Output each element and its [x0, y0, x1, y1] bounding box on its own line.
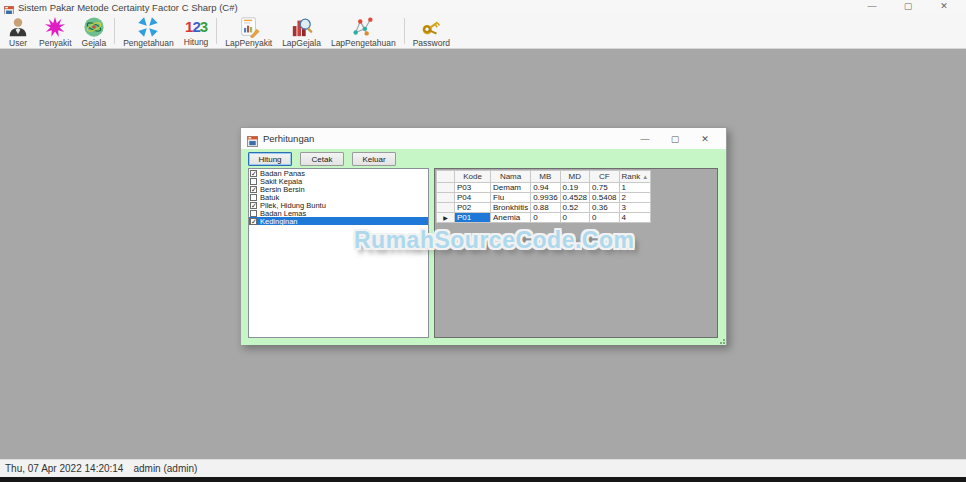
checkbox-checked-icon[interactable]: ✓ [250, 186, 257, 193]
checkbox-unchecked-icon[interactable] [250, 210, 257, 217]
grid-row[interactable]: P03Demam0.940.190.751 [437, 183, 651, 193]
statusbar: Thu, 07 Apr 2022 14:20:14 admin (admin) [0, 459, 966, 477]
grid-cell[interactable]: 0.9936 [531, 193, 560, 203]
grid-row-header[interactable] [437, 203, 455, 213]
toolbar-button-label: Password [413, 38, 450, 48]
checklist-item-label: Kedinginan [260, 217, 298, 226]
toolbar-button-label: LapPengetahuan [331, 38, 396, 48]
grid-row-header[interactable] [437, 193, 455, 203]
dialog-minimize-button[interactable]: — [630, 134, 660, 144]
checkbox-checked-icon[interactable]: ✓ [250, 202, 257, 209]
grid-cell[interactable]: 0.36 [590, 203, 619, 213]
numbers-123-icon: 123 [185, 16, 207, 37]
toolbar-button-lappenyakit[interactable]: LapPenyakit [220, 15, 277, 47]
toolbar-separator [404, 18, 405, 44]
grid-column-header-rank[interactable]: Rank▲ [619, 171, 651, 183]
grid-cell[interactable]: 0.75 [590, 183, 619, 193]
toolbar-button-label: Pengetahuan [123, 38, 174, 48]
grid-cell[interactable]: P04 [455, 193, 491, 203]
atom-icon [83, 16, 105, 38]
grid-cell[interactable]: 0 [531, 213, 560, 223]
checkbox-checked-icon[interactable]: ✓ [250, 218, 257, 225]
toolbar-button-lapgejala[interactable]: LapGejala [277, 15, 326, 47]
statusbar-datetime: Thu, 07 Apr 2022 14:20:14 [5, 463, 123, 474]
grid-cell[interactable]: 4 [619, 213, 651, 223]
watermark-text: RumahSourceCode.Com [354, 227, 634, 254]
grid-cell[interactable]: Flu [491, 193, 531, 203]
toolbar-button-label: Gejala [82, 38, 107, 48]
grid-cell[interactable]: P01 [455, 213, 491, 223]
network-graph-icon [352, 16, 374, 38]
grid-row-header[interactable] [437, 183, 455, 193]
toolbar-button-label: User [9, 38, 27, 48]
resize-grip-icon[interactable] [717, 336, 725, 344]
toolbar-button-hitung[interactable]: 123Hitung [179, 15, 214, 47]
grid-column-header-nama[interactable]: Nama [491, 171, 531, 183]
dialog-button-keluar[interactable]: Keluar [352, 152, 396, 166]
toolbar-button-label: Hitung [184, 37, 209, 47]
dialog-button-cetak[interactable]: Cetak [300, 152, 344, 166]
grid-cell[interactable]: 0 [560, 213, 589, 223]
grid-cell[interactable]: 0.19 [560, 183, 589, 193]
toolbar-button-lappengetahuan[interactable]: LapPengetahuan [326, 15, 401, 47]
dialog-form-icon [247, 133, 258, 144]
grid-row[interactable]: P04Flu0.99360.45280.54082 [437, 193, 651, 203]
checkbox-unchecked-icon[interactable] [250, 178, 257, 185]
checkbox-unchecked-icon[interactable] [250, 194, 257, 201]
grid-column-header-md[interactable]: MD [560, 171, 589, 183]
dialog-title: Perhitungan [263, 133, 314, 144]
grid-cell[interactable]: P03 [455, 183, 491, 193]
toolbar-button-gejala[interactable]: Gejala [77, 15, 112, 47]
maximize-button[interactable]: ▢ [890, 0, 926, 14]
report-pencil-icon [238, 16, 260, 38]
toolbar-button-password[interactable]: Password [408, 15, 455, 47]
grid-row[interactable]: P02Bronkhitis0.880.520.363 [437, 203, 651, 213]
grid-cell[interactable]: 3 [619, 203, 651, 213]
grid-cell[interactable]: 0 [590, 213, 619, 223]
toolbar-button-user[interactable]: User [2, 15, 34, 47]
toolbar-button-penyakit[interactable]: Penyakit [34, 15, 77, 47]
application-window: Sistem Pakar Metode Certainty Factor C S… [0, 0, 966, 482]
user-icon [7, 16, 29, 38]
main-titlebar: Sistem Pakar Metode Certainty Factor C S… [0, 0, 966, 14]
grid-cell[interactable]: 0.88 [531, 203, 560, 213]
grid-cell[interactable]: Bronkhitis [491, 203, 531, 213]
grid-cell[interactable]: 0.94 [531, 183, 560, 193]
grid-cell[interactable]: 0.5408 [590, 193, 619, 203]
dialog-button-hitung[interactable]: Hitung [248, 152, 292, 166]
dialog-titlebar: Perhitungan — ▢ ✕ [241, 128, 726, 149]
virus-icon [44, 16, 66, 38]
main-window-controls: — ▢ ✕ [854, 0, 962, 14]
grid-cell[interactable]: Anemia [491, 213, 531, 223]
checkbox-checked-icon[interactable]: ✓ [250, 170, 257, 177]
grid-header-row: KodeNamaMBMDCFRank▲ [437, 171, 651, 183]
grid-cell[interactable]: 2 [619, 193, 651, 203]
toolbar: UserPenyakitGejalaPengetahuan123HitungLa… [0, 14, 966, 49]
grid-cell[interactable]: Demam [491, 183, 531, 193]
toolbar-button-label: Penyakit [39, 38, 72, 48]
grid-column-header-cf[interactable]: CF [590, 171, 619, 183]
grid-cell[interactable]: 0.52 [560, 203, 589, 213]
grid-cell[interactable]: 0.4528 [560, 193, 589, 203]
window-title: Sistem Pakar Metode Certainty Factor C S… [18, 2, 238, 13]
grid-row-pointer-icon[interactable]: ▶ [437, 213, 455, 223]
results-grid[interactable]: KodeNamaMBMDCFRank▲P03Demam0.940.190.751… [436, 170, 651, 223]
collapse-arrows-icon [137, 16, 159, 38]
sort-ascending-icon: ▲ [642, 174, 648, 180]
toolbar-button-pengetahuan[interactable]: Pengetahuan [118, 15, 179, 47]
checklist-item[interactable]: ✓Kedinginan [249, 217, 428, 225]
grid-cell[interactable]: P02 [455, 203, 491, 213]
chart-magnifier-icon [291, 16, 313, 38]
statusbar-user: admin (admin) [133, 463, 197, 474]
minimize-button[interactable]: — [854, 0, 890, 14]
grid-column-header-kode[interactable]: Kode [455, 171, 491, 183]
grid-cell[interactable]: 1 [619, 183, 651, 193]
dialog-button-row: HitungCetakKeluar [248, 152, 396, 166]
grid-row[interactable]: ▶P01Anemia0004 [437, 213, 651, 223]
close-button[interactable]: ✕ [926, 0, 962, 14]
dialog-maximize-button[interactable]: ▢ [660, 134, 690, 144]
grid-corner-cell [437, 171, 455, 183]
toolbar-separator [216, 18, 217, 44]
dialog-close-button[interactable]: ✕ [690, 134, 720, 144]
grid-column-header-mb[interactable]: MB [531, 171, 560, 183]
